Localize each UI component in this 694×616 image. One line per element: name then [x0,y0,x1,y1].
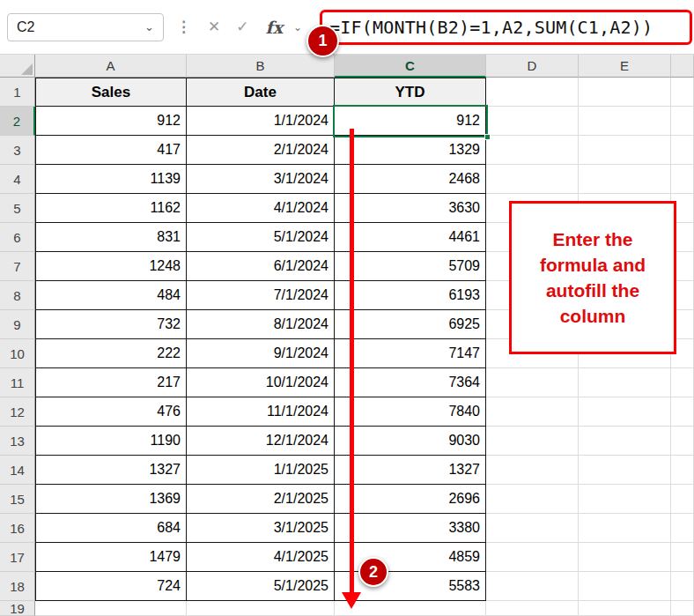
cell-C17[interactable]: 4859 [335,543,486,572]
cell-D18[interactable] [486,572,579,601]
fill-handle[interactable] [484,134,491,140]
column-header-B[interactable]: B [187,55,335,78]
cell-A9[interactable]: 732 [35,310,187,339]
cell-D12[interactable] [486,397,579,427]
column-header-A[interactable]: A [35,55,187,78]
cell-D19[interactable] [486,601,579,616]
cell-A2[interactable]: 912 [35,107,187,136]
cell-C3[interactable]: 1329 [335,136,486,165]
row-header-13[interactable]: 13 [0,427,35,456]
enter-icon[interactable]: ✓ [236,18,248,36]
cell-B6[interactable]: 5/1/2024 [187,223,335,252]
chevron-down-icon[interactable]: ⌄ [293,21,302,33]
cell-C4[interactable]: 2468 [335,165,486,194]
cell-B7[interactable]: 6/1/2024 [187,252,335,281]
cell-A15[interactable]: 1369 [35,485,187,514]
row-header-7[interactable]: 7 [0,252,35,281]
selected-cell-outline[interactable] [333,105,488,137]
cell-C5[interactable]: 3630 [335,194,486,223]
cell-A3[interactable]: 417 [35,136,187,165]
cell-B5[interactable]: 4/1/2024 [187,194,335,223]
cell-E12[interactable] [579,397,671,427]
row-header-12[interactable]: 12 [0,397,35,427]
row-header-8[interactable]: 8 [0,281,35,310]
chevron-down-icon[interactable]: ⌄ [144,20,154,33]
cell-F17[interactable] [671,543,694,572]
cell-C11[interactable]: 7364 [335,368,486,397]
cell-F14[interactable] [671,456,694,485]
cell-B11[interactable]: 10/1/2024 [187,368,335,397]
cell-D14[interactable] [486,456,579,485]
header-cell-A1[interactable]: Sales [35,78,187,107]
row-header-10[interactable]: 10 [0,339,35,368]
row-header-2[interactable]: 2 [0,107,35,136]
header-cell-C1[interactable]: YTD [335,78,486,107]
cell-E2[interactable] [579,107,671,136]
cell-E1[interactable] [579,78,671,107]
cell-D15[interactable] [486,485,579,514]
cell-E4[interactable] [579,165,671,194]
cancel-icon[interactable]: ✕ [208,18,220,36]
cell-D1[interactable] [486,78,579,107]
cell-E13[interactable] [579,427,671,456]
row-header-3[interactable]: 3 [0,136,35,165]
select-all-corner[interactable] [0,55,35,78]
cell-B19[interactable] [187,601,335,616]
cell-B14[interactable]: 1/1/2025 [187,456,335,485]
cell-F4[interactable] [671,165,694,194]
cell-D4[interactable] [486,165,579,194]
cell-B3[interactable]: 2/1/2024 [187,136,335,165]
row-header-1[interactable]: 1 [0,78,35,107]
cell-E14[interactable] [579,456,671,485]
row-header-4[interactable]: 4 [0,165,35,194]
cell-D3[interactable] [486,136,579,165]
cell-F2[interactable] [671,107,694,136]
cell-E11[interactable] [579,368,671,397]
row-header-9[interactable]: 9 [0,310,35,339]
cell-E15[interactable] [579,485,671,514]
cell-B9[interactable]: 8/1/2024 [187,310,335,339]
row-header-19[interactable]: 19 [0,601,35,616]
cell-F12[interactable] [671,397,694,427]
cell-B12[interactable]: 11/1/2024 [187,397,335,427]
cell-C13[interactable]: 9030 [335,427,486,456]
name-box[interactable]: C2 ⌄ [7,13,164,41]
cell-E17[interactable] [579,543,671,572]
cell-C8[interactable]: 6193 [335,281,486,310]
cell-A4[interactable]: 1139 [35,165,187,194]
cell-A19[interactable] [35,601,187,616]
cell-B18[interactable]: 5/1/2025 [187,572,335,601]
cell-A17[interactable]: 1479 [35,543,187,572]
cell-A18[interactable]: 724 [35,572,187,601]
cell-D2[interactable] [486,107,579,136]
cell-A13[interactable]: 1190 [35,427,187,456]
cell-C9[interactable]: 6925 [335,310,486,339]
cell-B8[interactable]: 7/1/2024 [187,281,335,310]
cell-C15[interactable]: 2696 [335,485,486,514]
cell-B2[interactable]: 1/1/2024 [187,107,335,136]
cell-C12[interactable]: 7840 [335,397,486,427]
header-cell-B1[interactable]: Date [187,78,335,107]
cell-B13[interactable]: 12/1/2024 [187,427,335,456]
cell-B15[interactable]: 2/1/2025 [187,485,335,514]
cell-F3[interactable] [671,136,694,165]
cell-B17[interactable]: 4/1/2025 [187,543,335,572]
cell-F16[interactable] [671,514,694,543]
column-header-C[interactable]: C [335,55,486,78]
cell-D11[interactable] [486,368,579,397]
cell-E19[interactable] [579,601,671,616]
cell-B10[interactable]: 9/1/2024 [187,339,335,368]
row-header-18[interactable]: 18 [0,572,35,601]
cell-D13[interactable] [486,427,579,456]
row-header-14[interactable]: 14 [0,456,35,485]
cell-F13[interactable] [671,427,694,456]
cell-F15[interactable] [671,485,694,514]
row-header-11[interactable]: 11 [0,368,35,397]
formula-bar[interactable]: =IF(MONTH(B2)=1,A2,SUM(C1,A2)) [320,10,692,45]
cell-C16[interactable]: 3380 [335,514,486,543]
cell-A10[interactable]: 222 [35,339,187,368]
column-header-D[interactable]: D [486,55,579,78]
cell-F19[interactable] [671,601,694,616]
cell-A16[interactable]: 684 [35,514,187,543]
cell-D16[interactable] [486,514,579,543]
